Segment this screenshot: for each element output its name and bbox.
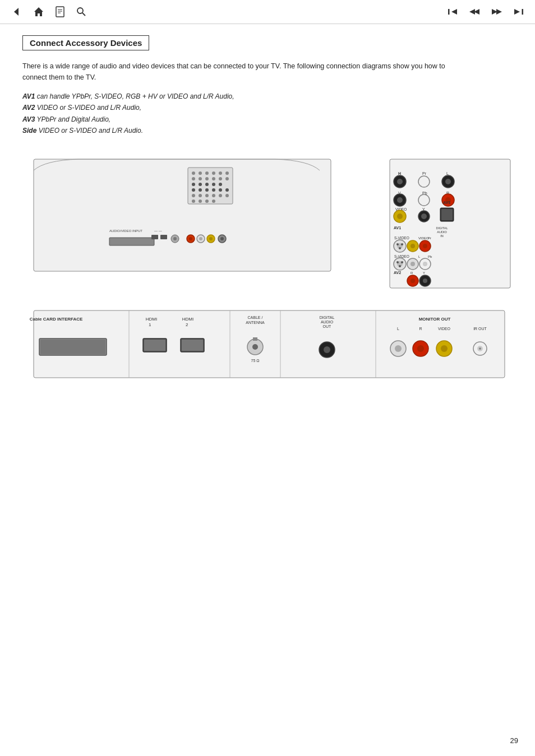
svg-marker-15 [514, 9, 520, 15]
svg-point-115 [411, 262, 415, 266]
svg-point-24 [192, 177, 195, 180]
svg-rect-2 [56, 7, 64, 17]
svg-point-30 [192, 183, 195, 186]
svg-point-101 [399, 247, 401, 249]
svg-text:— —: — — [154, 229, 162, 233]
svg-point-167 [479, 347, 481, 350]
play-icon[interactable] [490, 6, 502, 18]
svg-text:L: L [446, 171, 449, 175]
svg-marker-13 [496, 9, 502, 15]
svg-text:HDMI: HDMI [146, 317, 157, 322]
svg-rect-16 [34, 159, 331, 271]
home-icon[interactable] [33, 6, 45, 18]
svg-point-42 [199, 194, 202, 197]
svg-point-153 [324, 346, 330, 353]
svg-text:AUDIO/VIDEO INPUT: AUDIO/VIDEO INPUT [109, 229, 142, 233]
svg-point-69 [397, 179, 403, 184]
svg-text:H: H [398, 171, 401, 175]
svg-rect-55 [160, 235, 167, 239]
svg-point-74 [445, 179, 451, 184]
av3-note: AV3 YPbPr and Digital Audio, [22, 114, 513, 125]
svg-point-100 [401, 243, 403, 245]
section-title: Connect Accessory Devices [22, 35, 149, 50]
svg-point-46 [225, 194, 229, 197]
svg-point-26 [205, 177, 209, 180]
nav-right [448, 6, 524, 18]
svg-point-112 [401, 261, 403, 263]
svg-text:MONITOR OUT: MONITOR OUT [419, 317, 451, 322]
svg-point-43 [205, 194, 209, 197]
svg-point-20 [205, 171, 209, 175]
svg-point-57 [173, 237, 177, 240]
svg-point-18 [192, 171, 195, 175]
svg-rect-147 [253, 337, 257, 341]
svg-text:IN: IN [440, 234, 444, 238]
svg-point-59 [189, 237, 192, 240]
svg-text:VIDEO: VIDEO [438, 327, 450, 331]
av-notes: AV1 can handle YPbPr, S-VIDEO, RGB + HV … [22, 91, 513, 137]
nav-left [11, 6, 87, 18]
svg-point-122 [411, 279, 415, 283]
svg-point-77 [397, 197, 403, 203]
svg-text:AV3: AV3 [443, 201, 450, 205]
svg-point-111 [396, 261, 399, 263]
svg-point-38 [212, 188, 215, 192]
svg-text:Pr: Pr [422, 171, 427, 175]
svg-text:DIGITAL: DIGITAL [436, 226, 448, 230]
svg-point-124 [423, 279, 427, 283]
svg-point-22 [219, 171, 222, 175]
svg-text:Pr: Pr [428, 236, 431, 240]
prev-track-icon[interactable] [448, 6, 460, 18]
svg-point-50 [212, 200, 215, 203]
description-text: There is a wide range of audio and video… [22, 61, 471, 83]
svg-point-44 [212, 194, 215, 197]
back-button[interactable] [11, 6, 24, 18]
svg-point-21 [212, 171, 215, 175]
svg-point-157 [395, 345, 402, 352]
svg-point-99 [396, 243, 399, 245]
av1-note: AV1 can handle YPbPr, S-VIDEO, RGB + HV … [22, 91, 513, 102]
svg-point-41 [192, 194, 195, 197]
svg-text:75 Ω: 75 Ω [251, 359, 260, 363]
main-content: Connect Accessory Devices There is a wid… [0, 24, 535, 402]
rewind-icon[interactable] [469, 6, 481, 18]
svg-text:Cable CARD INTERFACE: Cable CARD INTERFACE [30, 317, 83, 322]
svg-point-163 [441, 345, 448, 352]
search-icon[interactable] [75, 6, 87, 18]
document-icon[interactable] [54, 6, 66, 18]
svg-point-39 [219, 188, 222, 192]
svg-point-27 [212, 177, 215, 180]
svg-point-47 [192, 200, 195, 203]
svg-point-88 [421, 214, 427, 219]
svg-text:1: 1 [149, 322, 151, 327]
svg-rect-14 [522, 9, 524, 15]
svg-point-103 [411, 244, 415, 248]
svg-point-19 [199, 171, 202, 175]
svg-text:AUDIO: AUDIO [437, 230, 447, 234]
svg-text:L: L [397, 327, 399, 331]
svg-point-29 [225, 177, 229, 180]
svg-marker-1 [34, 7, 43, 16]
svg-text:Y: Y [423, 271, 425, 275]
svg-point-63 [209, 237, 213, 240]
svg-point-34 [219, 183, 222, 186]
svg-marker-0 [14, 8, 19, 16]
svg-point-65 [220, 237, 224, 240]
next-track-icon[interactable] [511, 6, 524, 18]
svg-rect-54 [151, 235, 158, 239]
svg-point-28 [219, 177, 222, 180]
svg-rect-90 [441, 209, 453, 220]
svg-rect-138 [144, 340, 165, 351]
svg-text:R: R [419, 327, 422, 331]
svg-point-48 [199, 200, 202, 203]
svg-text:AV2: AV2 [394, 271, 401, 275]
svg-point-49 [205, 200, 209, 203]
svg-text:ANTENNA: ANTENNA [246, 321, 265, 324]
svg-point-35 [192, 188, 195, 192]
svg-point-31 [199, 183, 202, 186]
top-nav [0, 0, 535, 24]
svg-point-85 [397, 214, 403, 219]
svg-point-37 [205, 188, 209, 192]
svg-point-45 [219, 194, 222, 197]
page-number: 29 [510, 736, 518, 745]
